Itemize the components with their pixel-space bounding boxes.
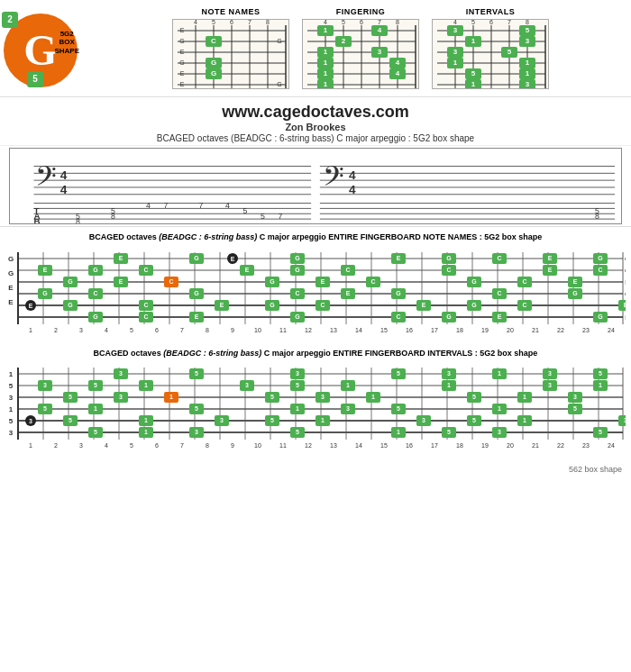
svg-text:8: 8	[111, 212, 115, 221]
svg-text:1: 1	[471, 80, 476, 88]
svg-text:4: 4	[378, 26, 382, 34]
svg-text:𝄢: 𝄢	[35, 161, 57, 198]
svg-text:E: E	[8, 284, 14, 292]
svg-text:G: G	[194, 255, 199, 261]
svg-text:16: 16	[406, 327, 413, 333]
svg-text:1: 1	[324, 69, 328, 77]
fretboard-svg-2: 1 2 3 4 5 6 7 8 9 10 11 12 13 14 15 16 1…	[5, 360, 626, 459]
svg-text:B: B	[34, 216, 41, 223]
svg-text:C: C	[396, 313, 400, 320]
description-text: BCAGED octaves (BEADGC : 6-string bass) …	[0, 133, 631, 143]
svg-text:1: 1	[9, 370, 14, 378]
svg-text:8: 8	[76, 217, 80, 223]
svg-text:G: G	[598, 255, 603, 261]
svg-text:5: 5	[471, 19, 475, 25]
svg-text:2: 2	[54, 442, 58, 449]
svg-text:G: G	[471, 302, 477, 308]
svg-text:G: G	[93, 313, 98, 320]
svg-text:E: E	[43, 267, 48, 273]
fretboard-svg-1: G G E E	[5, 245, 626, 340]
svg-text:C: C	[497, 255, 501, 261]
svg-text:5: 5	[508, 48, 512, 56]
svg-text:4: 4	[396, 59, 400, 67]
svg-text:G: G	[194, 290, 199, 296]
svg-text:E: E	[625, 313, 626, 322]
svg-text:16: 16	[406, 442, 413, 449]
svg-text:E: E	[119, 255, 123, 261]
svg-text:7: 7	[378, 19, 381, 25]
svg-text:1: 1	[324, 80, 328, 88]
svg-text:5: 5	[130, 327, 133, 333]
svg-text:3: 3	[79, 442, 83, 449]
svg-text:𝄢: 𝄢	[323, 161, 344, 198]
svg-text:C: C	[143, 267, 148, 273]
svg-text:1: 1	[447, 382, 451, 388]
svg-text:3: 3	[321, 394, 325, 400]
svg-text:5: 5	[599, 370, 602, 377]
svg-text:6: 6	[155, 327, 159, 333]
svg-text:4: 4	[349, 168, 356, 182]
svg-text:1: 1	[324, 59, 328, 67]
fretboard-section-1: BCAGED octaves (BEADGC : 6-string bass) …	[0, 231, 631, 345]
svg-text:19: 19	[481, 442, 489, 449]
svg-text:G: G	[295, 313, 300, 320]
diagram-fingering: FINGERING 4 5 6 7 8	[302, 7, 419, 93]
svg-text:5: 5	[397, 405, 400, 412]
svg-text:3: 3	[624, 417, 626, 423]
svg-text:C: C	[93, 290, 97, 296]
svg-text:5: 5	[296, 429, 299, 435]
svg-text:8: 8	[206, 442, 209, 449]
svg-text:E: E	[548, 267, 553, 273]
svg-text:11: 11	[279, 442, 287, 449]
svg-text:14: 14	[355, 327, 362, 333]
svg-text:1: 1	[144, 417, 148, 423]
svg-text:G: G	[211, 69, 216, 77]
svg-text:3: 3	[119, 394, 123, 400]
svg-text:7: 7	[248, 19, 251, 25]
svg-text:18: 18	[456, 442, 463, 449]
svg-text:24: 24	[608, 442, 615, 449]
svg-text:E: E	[422, 302, 426, 308]
svg-text:6: 6	[230, 19, 233, 25]
svg-text:3: 3	[526, 37, 530, 45]
svg-text:1: 1	[371, 394, 375, 400]
svg-text:5: 5	[270, 394, 274, 400]
svg-text:8: 8	[526, 19, 529, 25]
svg-text:17: 17	[431, 327, 438, 333]
svg-text:3: 3	[498, 429, 501, 435]
svg-text:E: E	[180, 70, 185, 77]
svg-text:1: 1	[29, 442, 32, 449]
fretboard-label-2: BCAGED octaves (BEADGC : 6-string bass) …	[5, 349, 626, 359]
svg-text:1: 1	[346, 382, 350, 388]
svg-text:4: 4	[225, 201, 230, 210]
svg-text:G: G	[396, 290, 401, 296]
svg-text:E: E	[220, 302, 224, 308]
svg-text:E: E	[180, 81, 185, 87]
diagram-intervals-title: INTERVALS	[432, 7, 549, 16]
svg-text:22: 22	[557, 442, 564, 449]
svg-text:E: E	[625, 278, 626, 286]
svg-text:23: 23	[582, 442, 590, 449]
svg-text:5: 5	[472, 417, 476, 423]
svg-text:1: 1	[453, 59, 458, 67]
svg-text:3: 3	[9, 429, 14, 437]
svg-text:5: 5	[447, 429, 451, 435]
svg-text:1: 1	[526, 69, 530, 77]
svg-text:20: 20	[507, 442, 514, 449]
svg-text:3: 3	[548, 382, 552, 388]
svg-text:G: G	[572, 290, 578, 296]
svg-text:C: C	[625, 255, 626, 263]
svg-text:G: G	[93, 267, 98, 273]
svg-text:15: 15	[380, 442, 388, 449]
svg-text:E: E	[548, 255, 553, 261]
svg-text:E: E	[180, 49, 185, 55]
svg-text:G: G	[598, 313, 603, 320]
svg-text:4: 4	[146, 201, 151, 210]
svg-text:4: 4	[60, 183, 68, 196]
svg-text:5: 5	[526, 26, 530, 34]
svg-text:3: 3	[9, 394, 14, 402]
svg-text:3: 3	[346, 405, 350, 412]
svg-text:G: G	[68, 302, 73, 308]
svg-text:G: G	[8, 269, 14, 277]
svg-text:G: G	[68, 278, 73, 285]
